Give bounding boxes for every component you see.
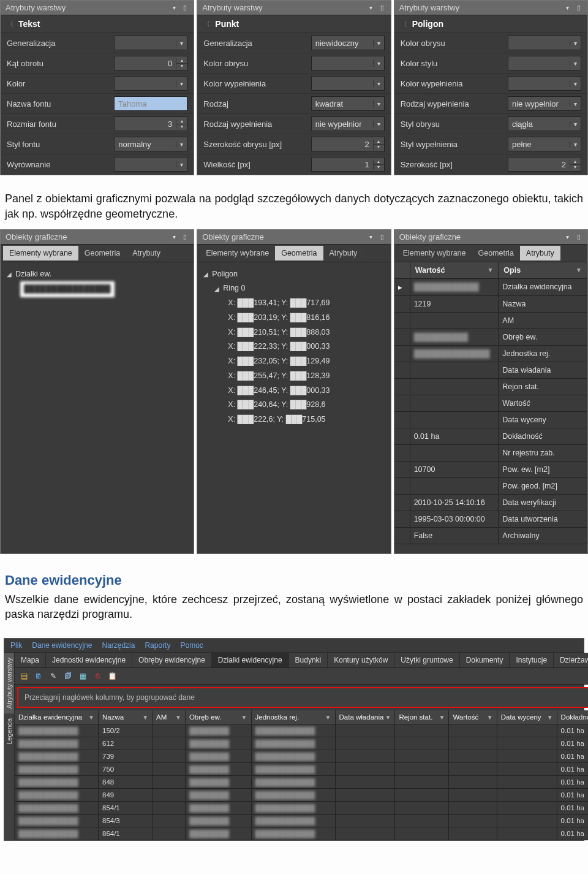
row-indicator[interactable] — [394, 528, 410, 544]
menu-item[interactable]: Dane ewidencyjne — [32, 641, 92, 650]
pin-icon[interactable]: ▯ — [379, 4, 386, 12]
pin-icon[interactable]: ▯ — [575, 233, 582, 240]
spin-down-icon[interactable]: ▾ — [176, 64, 187, 69]
select-control[interactable]: ▾ — [114, 157, 187, 172]
menu-item[interactable]: Pomoc — [180, 641, 203, 650]
grid-column-header[interactable]: Data wyceny▼ — [497, 710, 557, 724]
tree-leaf[interactable]: ████████████████ — [20, 281, 115, 297]
menu-item[interactable]: Narzędzia — [102, 641, 135, 650]
section-header[interactable]: 〈 Poligon — [394, 15, 587, 33]
text-input[interactable]: Tahoma — [114, 96, 187, 111]
tab-atrybuty[interactable]: Atrybuty — [323, 246, 364, 260]
panel-header[interactable]: Obiekty graficzne ▾▯ — [197, 230, 390, 245]
select-control[interactable]: nie wypełnior▾ — [311, 116, 385, 131]
grid-row[interactable]: ████████████ 750 ████████ ████████████ 0… — [15, 763, 588, 776]
filter-icon[interactable]: ▼ — [385, 714, 391, 721]
pin-icon[interactable]: ▯ — [181, 233, 189, 240]
select-control[interactable]: normalny▾ — [114, 137, 187, 151]
tab-elementy-wybrane[interactable]: Elementy wybrane — [3, 246, 78, 260]
pin-icon[interactable]: ▯ — [575, 4, 582, 12]
color-control[interactable]: ▾ — [311, 56, 385, 70]
tool-icon[interactable]: 📋 — [105, 670, 119, 682]
column-header[interactable]: Opis▼ — [499, 262, 587, 279]
menu-icon[interactable]: ▾ — [564, 4, 571, 12]
tool-icon[interactable]: ⎙ — [91, 670, 104, 682]
grid-row[interactable]: ████████████ 854/3 ████████ ████████████… — [15, 815, 588, 827]
tree-node[interactable]: ◢Poligon — [203, 267, 384, 282]
grid-row[interactable]: ████████████ 739 ████████ ████████████ 0… — [15, 750, 588, 763]
tool-icon[interactable]: ▤ — [17, 670, 31, 682]
side-tab[interactable]: Atrybuty warstwy — [4, 653, 14, 713]
nav-tab[interactable]: Użytki gruntowe — [394, 653, 459, 667]
section-header[interactable]: 〈 Tekst — [1, 15, 194, 33]
filter-icon[interactable]: ▼ — [325, 714, 331, 721]
row-indicator[interactable] — [394, 511, 410, 528]
select-control[interactable]: niewidoczny▾ — [311, 36, 385, 50]
chevron-up-icon[interactable]: 〈 — [401, 20, 407, 29]
color-control[interactable]: ▾ — [508, 36, 581, 50]
menu-icon[interactable]: ▾ — [368, 4, 375, 12]
spin-down-icon[interactable]: ▾ — [176, 124, 187, 129]
grid-row[interactable]: ████████████ 612 ████████ ████████████ 0… — [15, 737, 588, 750]
grid-column-header[interactable]: Data władania▼ — [336, 710, 396, 724]
row-indicator[interactable] — [394, 379, 410, 395]
nav-tab[interactable]: Działki ewidencyjne — [212, 653, 289, 667]
filter-icon[interactable]: ▼ — [547, 714, 553, 721]
filter-icon[interactable]: ▼ — [241, 714, 247, 721]
panel-header[interactable]: Atrybuty warstwy ▾▯ — [394, 1, 587, 15]
row-indicator[interactable]: ▸ — [394, 279, 410, 296]
grid-row[interactable]: ████████████ 864/1 ████████ ████████████… — [15, 827, 588, 840]
grid-column-header[interactable]: Wartość▼ — [449, 710, 497, 724]
color-control[interactable]: ▾ — [311, 76, 385, 91]
menu-icon[interactable]: ▾ — [564, 233, 571, 240]
row-indicator[interactable] — [394, 296, 410, 313]
grid-row[interactable]: ████████████ 849 ████████ ████████████ 0… — [15, 789, 588, 802]
grid-column-header[interactable]: Nazwa▼ — [99, 710, 153, 724]
nav-tab[interactable]: Instytucje — [510, 653, 554, 667]
number-control[interactable]: 2▴▾ — [508, 157, 581, 172]
tab-atrybuty[interactable]: Atrybuty — [126, 246, 167, 260]
tab-geometria[interactable]: Geometria — [472, 246, 519, 260]
spin-down-icon[interactable]: ▾ — [374, 145, 384, 150]
tool-icon[interactable]: 🗐 — [61, 670, 75, 682]
nav-tab[interactable]: Dzierżawy — [554, 653, 588, 667]
row-indicator[interactable] — [394, 462, 410, 478]
nav-tab[interactable]: Kontury użytków — [328, 653, 394, 667]
grid-column-header[interactable]: Dokładność▼ — [557, 710, 588, 724]
collapse-icon[interactable]: ◢ — [214, 283, 219, 295]
row-indicator[interactable] — [394, 445, 410, 462]
grid-column-header[interactable]: Działka ewidencyjna▼ — [15, 710, 99, 724]
color-control[interactable]: ▾ — [508, 76, 581, 91]
pin-icon[interactable]: ▯ — [181, 4, 189, 12]
grid-column-header[interactable]: Jednostka rej.▼ — [252, 710, 336, 724]
tool-icon[interactable]: ✎ — [47, 670, 60, 682]
nav-tab[interactable]: Dokumenty — [460, 653, 510, 667]
grid-column-header[interactable]: AM▼ — [153, 710, 186, 724]
tool-icon[interactable]: ▦ — [76, 670, 89, 682]
menu-icon[interactable]: ▾ — [170, 233, 178, 240]
filter-icon[interactable]: ▼ — [487, 267, 493, 273]
left-sidebar[interactable]: Atrybuty warstwyLegenda — [4, 653, 15, 840]
select-control[interactable]: pełne▾ — [508, 137, 581, 151]
number-control[interactable]: 1▴▾ — [311, 157, 385, 172]
menu-item[interactable]: Raporty — [145, 641, 170, 650]
group-hint[interactable]: Przeciągnij nagłówek kolumny, by pogrupo… — [17, 687, 588, 708]
panel-header[interactable]: Obiekty graficzne ▾▯ — [394, 230, 587, 245]
row-indicator[interactable] — [394, 313, 410, 329]
grid-row[interactable]: ████████████ 854/1 ████████ ████████████… — [15, 802, 588, 815]
grid-row[interactable]: ████████████ 848 ████████ ████████████ 0… — [15, 776, 588, 789]
menu-icon[interactable]: ▾ — [368, 233, 375, 240]
spin-down-icon[interactable]: ▾ — [374, 165, 384, 170]
row-indicator[interactable] — [394, 329, 410, 346]
tab-elementy-wybrane[interactable]: Elementy wybrane — [397, 246, 472, 260]
column-header[interactable]: Wartość▼ — [410, 262, 499, 279]
nav-tab[interactable]: Obręby ewidencyjne — [132, 653, 212, 667]
chevron-up-icon[interactable]: 〈 — [7, 20, 13, 29]
number-control[interactable]: 3▴▾ — [114, 116, 187, 131]
row-indicator[interactable] — [394, 412, 410, 428]
panel-header[interactable]: Atrybuty warstwy ▾▯ — [197, 1, 390, 15]
pin-icon[interactable]: ▯ — [379, 233, 386, 240]
tab-geometria[interactable]: Geometria — [275, 246, 323, 260]
menu-icon[interactable]: ▾ — [170, 4, 178, 12]
filter-icon[interactable]: ▼ — [439, 714, 445, 721]
